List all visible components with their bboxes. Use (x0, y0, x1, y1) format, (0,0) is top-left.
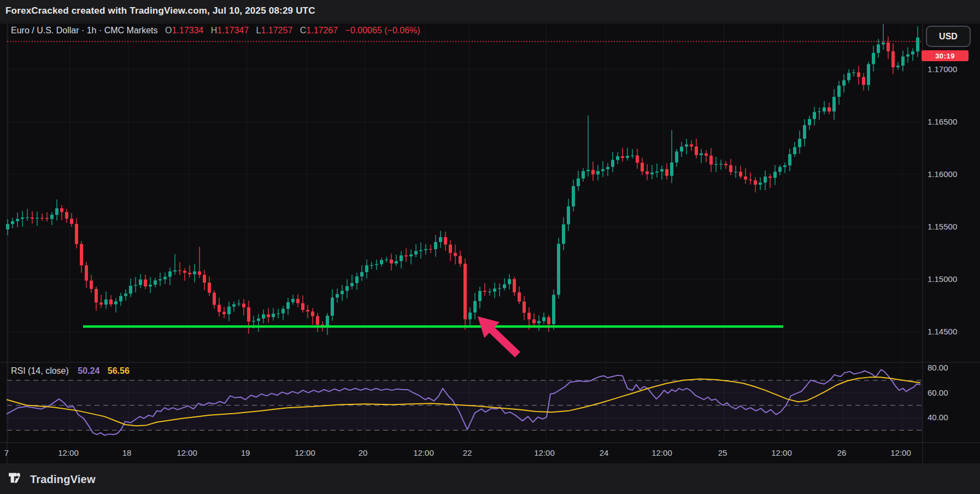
candle-body (680, 146, 683, 151)
candle-body (444, 237, 447, 245)
candle-body (803, 125, 806, 139)
candle-body (6, 224, 9, 230)
candle-body (434, 242, 437, 249)
candle-body (828, 107, 831, 111)
candle-body (21, 217, 24, 219)
candle-body (375, 264, 378, 265)
candle-body (178, 270, 181, 271)
time-tick-label: 22 (463, 448, 472, 457)
candle-body (454, 253, 457, 256)
candle-body (55, 208, 58, 215)
rsi-tick-label: 80.00 (928, 363, 948, 372)
candle-body (237, 304, 240, 304)
candle-body (154, 280, 157, 285)
time-tick-label: 12:00 (890, 448, 911, 457)
tradingview-logo-icon (9, 472, 25, 486)
bar-countdown-badge: 30:19 (922, 50, 969, 61)
candle-body (877, 44, 880, 53)
candle-body (596, 171, 600, 174)
price-tick-label: 1.15500 (928, 222, 957, 231)
candle-body (911, 51, 914, 54)
candle-body (695, 146, 698, 155)
brand-name: TradingView (30, 473, 96, 486)
price-tick-label: 1.17000 (928, 64, 957, 74)
high-value: 1.17347 (217, 26, 249, 35)
candle-body (124, 293, 127, 296)
candle-body (385, 260, 388, 260)
candle-body (832, 97, 836, 111)
candle-body (901, 56, 905, 66)
time-tick-label: 12:00 (177, 448, 197, 457)
candle-body (409, 255, 413, 256)
candle-body (459, 256, 462, 263)
candle-body (400, 255, 403, 261)
candle-body (242, 304, 245, 308)
time-tick-label: 12:00 (652, 448, 672, 457)
candle-body (700, 154, 703, 155)
high-label: H (211, 26, 218, 35)
candle-body (355, 277, 359, 283)
tradingview-brand-link[interactable]: TradingView (9, 472, 96, 486)
candle-body (788, 154, 791, 165)
candle-body (272, 314, 275, 317)
candle-body (867, 64, 870, 85)
candle-body (739, 172, 742, 177)
candle-body (395, 261, 398, 263)
candle-body (360, 272, 363, 277)
time-tick-label: 26 (837, 448, 847, 457)
open-label: O (165, 26, 172, 35)
currency-usd-button[interactable]: USD (926, 26, 971, 47)
candle-body (582, 171, 585, 178)
price-tick-label: 1.16500 (928, 117, 957, 126)
chart-area[interactable]: 1.170001.165001.160001.155001.150001.145… (0, 0, 980, 464)
candle-body (222, 312, 226, 314)
price-tick-label: 1.14500 (928, 327, 957, 336)
candle-body (424, 249, 427, 250)
candle-body (350, 283, 354, 286)
candle-body (626, 156, 629, 158)
candle-body (542, 317, 545, 321)
candle-body (473, 301, 477, 313)
candle-body (606, 167, 609, 169)
candle-body (508, 279, 511, 285)
candle-body (503, 284, 506, 288)
candle-body (341, 291, 344, 294)
candle-body (262, 314, 265, 319)
candle-body (527, 313, 531, 319)
candle-body (611, 160, 614, 167)
candle-body (85, 266, 88, 281)
candle-body (724, 164, 727, 166)
candle-body (498, 288, 501, 289)
candle-body (99, 303, 103, 305)
price-tick-label: 1.16000 (928, 169, 957, 179)
candle-body (645, 172, 649, 174)
candle-body (552, 295, 555, 324)
open-value: 1.17334 (172, 26, 203, 35)
candle-body (301, 303, 304, 310)
close-value: 1.17267 (306, 26, 338, 35)
candle-body (872, 53, 875, 64)
candle-body (675, 151, 678, 162)
time-tick-label: 25 (718, 448, 727, 457)
candle-body (134, 285, 137, 285)
candle-body (149, 285, 152, 286)
candle-body (449, 245, 452, 253)
candle-body (616, 156, 619, 160)
candle-body (468, 313, 472, 319)
candle-body (891, 51, 895, 67)
candle-body (808, 119, 811, 125)
candle-body (567, 207, 570, 225)
candle-body (768, 177, 772, 178)
time-tick-label: 12:00 (58, 448, 79, 457)
candle-body (336, 294, 339, 297)
candle-body (586, 170, 590, 171)
time-tick-label: 12:00 (413, 448, 434, 457)
candlestick-chart-canvas[interactable]: 1.170001.165001.160001.155001.150001.145… (0, 0, 980, 464)
candle-body (144, 279, 147, 286)
candle-body (705, 154, 708, 156)
candle-body (104, 299, 108, 304)
candle-body (823, 107, 826, 111)
candle-body (773, 172, 777, 178)
candle-body (365, 266, 368, 272)
candle-body (798, 139, 801, 147)
